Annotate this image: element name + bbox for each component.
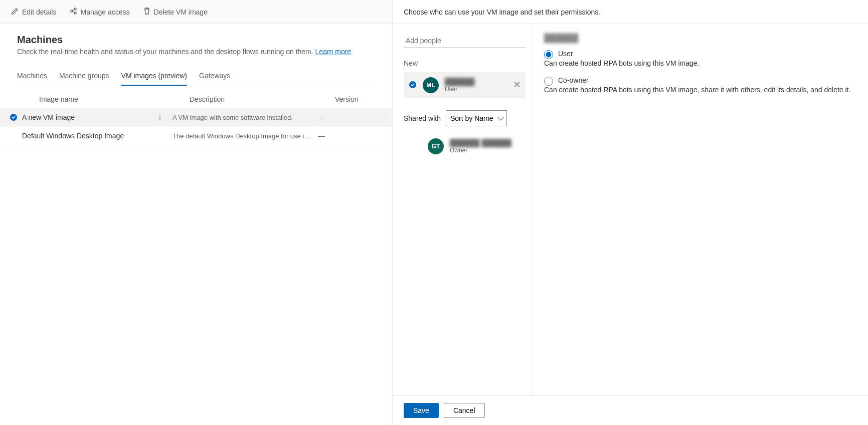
row-name: Default Windows Desktop Image: [22, 132, 124, 140]
person-name: ██████: [445, 78, 475, 86]
checkmark-circle-icon: [409, 81, 417, 90]
cancel-button[interactable]: Cancel: [444, 403, 485, 418]
new-section-label: New: [404, 59, 526, 67]
radio-user[interactable]: [544, 50, 553, 59]
col-image-name[interactable]: Image name: [39, 95, 190, 103]
radio-user-description: Can create hosted RPA bots using this VM…: [544, 59, 857, 67]
row-description: The default Windows Desktop Image for us…: [172, 132, 318, 140]
svg-point-2: [74, 12, 76, 14]
col-description[interactable]: Description: [190, 95, 335, 103]
sort-by-select[interactable]: Sort by Name: [446, 110, 507, 126]
page-subtitle: Check the real-time health and status of…: [17, 48, 375, 56]
svg-point-1: [74, 8, 76, 10]
save-button[interactable]: Save: [404, 403, 439, 418]
radio-user-label: User: [558, 50, 573, 59]
remove-person-button[interactable]: [513, 81, 520, 90]
tab-bar: Machines Machine groups VM images (previ…: [17, 68, 375, 86]
radio-coowner-label: Co-owner: [558, 76, 589, 86]
panel-footer: Save Cancel: [393, 396, 868, 425]
tab-vm-images[interactable]: VM images (preview): [121, 68, 187, 86]
learn-more-link[interactable]: Learn more: [315, 48, 352, 56]
person-name: ██████ ██████: [450, 139, 511, 147]
manage-access-label: Manage access: [80, 8, 129, 16]
panel-intro: Choose who can use your VM image and set…: [393, 0, 868, 24]
edit-details-label: Edit details: [22, 8, 56, 16]
row-more-icon[interactable]: ⋮: [151, 113, 168, 121]
new-person-row[interactable]: ML ██████ User: [404, 72, 526, 98]
avatar: GT: [428, 138, 444, 154]
person-role: Owner: [450, 147, 511, 154]
close-icon: [513, 81, 520, 88]
table-row[interactable]: Default Windows Desktop Image The defaul…: [0, 127, 392, 145]
delete-vm-image-label: Delete VM image: [154, 8, 208, 16]
row-description: A VM image with some software installed.: [172, 114, 318, 121]
delete-vm-image-button[interactable]: Delete VM image: [141, 5, 210, 19]
row-checkbox[interactable]: [5, 113, 22, 121]
avatar: ML: [423, 77, 439, 93]
manage-access-button[interactable]: Manage access: [67, 5, 131, 19]
page-title: Machines: [17, 34, 375, 46]
main-pane: Edit details Manage access Delete VM ima…: [0, 0, 393, 425]
row-version: —: [318, 113, 358, 121]
manage-access-panel: Choose who can use your VM image and set…: [393, 0, 868, 425]
row-name: A new VM image: [22, 113, 75, 121]
shared-with-label: Shared with: [404, 114, 441, 122]
radio-coowner[interactable]: [544, 77, 553, 86]
svg-point-0: [71, 10, 73, 12]
radio-coowner-description: Can create hosted RPA bots using this VM…: [544, 86, 857, 94]
col-version[interactable]: Version: [335, 95, 375, 103]
add-people-input[interactable]: [404, 34, 526, 48]
row-version: —: [318, 132, 358, 140]
table-row[interactable]: A new VM image ⋮ A VM image with some so…: [0, 108, 392, 127]
pencil-icon: [11, 7, 19, 17]
page-subtitle-text: Check the real-time health and status of…: [17, 48, 315, 56]
command-bar: Edit details Manage access Delete VM ima…: [0, 0, 392, 24]
tab-gateways[interactable]: Gateways: [199, 68, 230, 86]
checkmark-circle-icon: [10, 113, 18, 121]
edit-details-button[interactable]: Edit details: [9, 5, 58, 19]
tab-machines[interactable]: Machines: [17, 68, 47, 86]
tab-machine-groups[interactable]: Machine groups: [59, 68, 109, 86]
trash-icon: [143, 7, 151, 17]
person-role: User: [445, 86, 475, 93]
share-icon: [69, 7, 77, 17]
permission-option-user[interactable]: User: [544, 50, 857, 59]
panel-permissions-column: ██████ User Can create hosted RPA bots u…: [533, 24, 868, 395]
panel-people-column: New ML ██████ User Shared with: [393, 24, 533, 395]
permission-option-coowner[interactable]: Co-owner: [544, 76, 857, 86]
table-header: Image name Description Version: [17, 86, 375, 108]
shared-person-row[interactable]: GT ██████ ██████ Owner: [404, 134, 526, 158]
permissions-header: ██████: [544, 34, 857, 43]
